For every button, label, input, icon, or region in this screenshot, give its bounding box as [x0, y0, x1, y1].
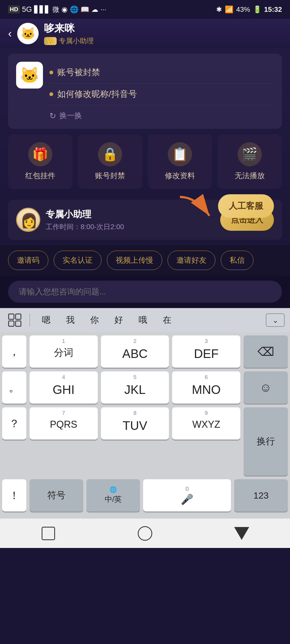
quick-icon-3[interactable]: 🎬 无法播放: [218, 134, 282, 189]
back-icon: [234, 527, 249, 540]
mic-icon: 🎤: [181, 493, 193, 505]
bluetooth-icon: ✱: [216, 5, 222, 14]
key-9-wxyz[interactable]: 9 WXYZ: [172, 407, 240, 440]
lang-key[interactable]: 🌐 中/英: [86, 479, 140, 511]
refresh-label: 换一换: [59, 111, 82, 121]
punct-col-1: ，: [2, 335, 26, 368]
quick-icon-label-1: 账号封禁: [95, 171, 125, 181]
suggestion-4[interactable]: 哦: [132, 312, 154, 329]
cloud-icon: ☁: [91, 5, 98, 14]
punct-comma[interactable]: ，: [2, 335, 26, 368]
wifi-icon: 📶: [225, 5, 233, 14]
suggestion-0[interactable]: 嗯: [35, 312, 57, 329]
signal-icon: 5G: [22, 5, 32, 14]
key-1-fenci[interactable]: 1 分词: [30, 335, 98, 368]
quick-icon-0[interactable]: 🎁 红包挂件: [8, 134, 73, 189]
emoji-key[interactable]: ☺: [244, 371, 288, 404]
header-sub: 👑 专属小助理: [44, 36, 94, 46]
emoji-icon: ☺: [260, 381, 272, 394]
kb-row2-keys: 4 GHI 5 JKL 6 MNO: [30, 371, 240, 404]
chat-area: 🐱 账号被封禁 如何修改昵称/抖音号 ↻ 换一换 🎁 红包挂件 🔒 账号封禁: [0, 48, 290, 245]
refresh-icon: ↻: [49, 111, 56, 120]
key-7-pqrs[interactable]: 7 PQRS: [30, 407, 98, 440]
quick-tag-3[interactable]: 邀请好友: [168, 251, 215, 270]
punct-question[interactable]: ？: [2, 407, 26, 440]
quick-tag-4[interactable]: 私信: [221, 251, 253, 270]
num-key[interactable]: 123: [234, 479, 288, 511]
key-num-6: 6: [205, 374, 208, 380]
key-main-wxyz: WXYZ: [192, 419, 220, 430]
edit-profile-icon: 📋: [168, 142, 192, 166]
key-8-tuv[interactable]: 8 TUV: [101, 407, 169, 440]
quick-icons: 🎁 红包挂件 🔒 账号封禁 📋 修改资料 🎬 无法播放: [8, 134, 282, 189]
key-num-3: 3: [205, 338, 208, 344]
quick-tag-0[interactable]: 邀请码: [8, 251, 48, 270]
key-2-abc[interactable]: 2 ABC: [101, 335, 169, 368]
punct-period[interactable]: 。: [2, 371, 26, 404]
topic-item-0[interactable]: 账号被封禁: [49, 62, 274, 83]
keyboard: ， 1 分词 2 ABC 3 DEF ⌫ 。: [0, 332, 290, 518]
recents-icon: [42, 527, 55, 540]
refresh-row[interactable]: ↻ 换一换: [49, 111, 274, 121]
account-ban-icon: 🔒: [98, 142, 122, 166]
arrow-indicator: [175, 192, 218, 225]
nav-recents-button[interactable]: [38, 523, 59, 544]
kb-separator: [30, 313, 30, 327]
suggestion-2[interactable]: 你: [84, 312, 105, 329]
keyboard-hide-button[interactable]: ⌄: [266, 313, 285, 327]
human-service-button[interactable]: 人工客服: [218, 194, 274, 218]
topic-text-0: 账号被封禁: [57, 67, 100, 78]
keyboard-grid-icon[interactable]: [5, 311, 24, 330]
punct-col-2: 。: [2, 371, 26, 404]
bars-icon: ▋▋▋: [34, 5, 50, 14]
svg-rect-2: [16, 314, 21, 319]
suggestion-3[interactable]: 好: [108, 312, 129, 329]
no-play-icon: 🎬: [238, 142, 262, 166]
lang-label: 中/英: [105, 494, 122, 504]
quick-tag-1[interactable]: 实名认证: [54, 251, 102, 270]
more-icon: ···: [100, 5, 106, 14]
punct-exclaim[interactable]: ！: [2, 479, 26, 511]
quick-icon-label-0: 红包挂件: [25, 171, 55, 181]
key-num-5: 5: [133, 374, 136, 380]
key-main-abc: ABC: [122, 346, 148, 361]
nav-back-button[interactable]: [231, 523, 252, 544]
input-bar: [0, 275, 290, 308]
key-main-pqrs: PQRS: [50, 419, 77, 430]
backspace-icon: ⌫: [258, 345, 274, 358]
quick-icon-1[interactable]: 🔒 账号封禁: [78, 134, 142, 189]
chat-input[interactable]: [8, 281, 282, 303]
key-4-ghi[interactable]: 4 GHI: [30, 371, 98, 404]
app-header: ‹ 🐱 哆来咪 👑 专属小助理: [0, 19, 290, 48]
quick-icon-2[interactable]: 📋 修改资料: [148, 134, 212, 189]
enter-key[interactable]: 换行: [244, 407, 288, 475]
suggestion-1[interactable]: 我: [60, 312, 81, 329]
suggestion-5[interactable]: 在: [156, 312, 178, 329]
key-3-def[interactable]: 3 DEF: [172, 335, 240, 368]
globe-icon: 🌐: [70, 5, 78, 14]
assistant-time: 工作时间：8:00-次日2:00: [46, 222, 124, 232]
quick-tag-2[interactable]: 视频上传慢: [107, 251, 162, 270]
hongbao-icon: 🎁: [28, 142, 52, 166]
punct-col-4: ！: [2, 479, 26, 511]
nav-home-button[interactable]: [134, 523, 156, 544]
topic-dot-1: [49, 92, 53, 96]
assistant-name: 专属小助理: [46, 208, 124, 221]
key-main-tuv: TUV: [123, 418, 147, 433]
space-key[interactable]: 0 🎤: [143, 479, 231, 511]
status-right: ✱ 📶 43% 🔋 15:32: [216, 5, 282, 14]
symbol-key[interactable]: 符号: [30, 479, 83, 511]
service-section: 人工客服 👩 专属小助理 工作时间：8:00-次日2:: [8, 194, 282, 240]
back-button[interactable]: ‹: [8, 27, 12, 40]
quick-icon-label-2: 修改资料: [165, 171, 195, 181]
key-num-4: 4: [62, 374, 65, 380]
keyboard-row-3: ？ 7 PQRS 8 TUV 9 WXYZ 换行: [2, 407, 288, 475]
avatar-person-icon: 👩: [17, 208, 40, 232]
keyboard-suggestions: 嗯 我 你 好 哦 在 ⌄: [0, 308, 290, 332]
topic-item-1[interactable]: 如何修改昵称/抖音号: [49, 83, 274, 105]
key-6-mno[interactable]: 6 MNO: [172, 371, 240, 404]
keyboard-row-1: ， 1 分词 2 ABC 3 DEF ⌫: [2, 335, 288, 368]
delete-key[interactable]: ⌫: [244, 335, 288, 368]
nav-bar: [0, 518, 290, 548]
key-5-jkl[interactable]: 5 JKL: [101, 371, 169, 404]
